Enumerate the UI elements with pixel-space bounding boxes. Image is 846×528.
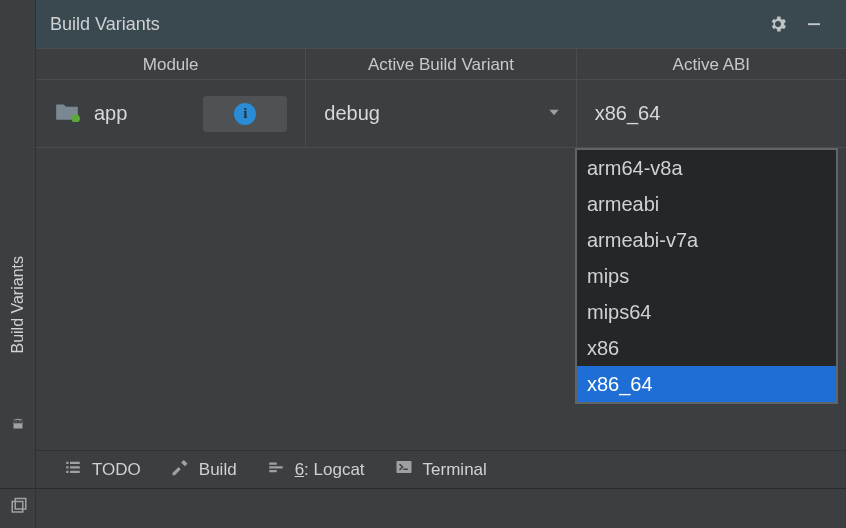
abi-value: x86_64 xyxy=(595,102,661,125)
left-gutter: Build Variants xyxy=(0,0,36,528)
abi-option-x86[interactable]: x86 xyxy=(577,330,836,366)
abi-option-arm64-v8a[interactable]: arm64-v8a xyxy=(577,150,836,186)
tool-terminal[interactable]: Terminal xyxy=(395,458,487,481)
svg-rect-5 xyxy=(70,466,80,468)
svg-rect-8 xyxy=(269,463,277,465)
tool-logcat-label: 6: Logcat xyxy=(295,460,365,480)
svg-rect-0 xyxy=(808,23,820,25)
svg-rect-12 xyxy=(403,469,408,471)
table-row: app i debug x86_64 xyxy=(36,80,846,148)
minimize-button[interactable] xyxy=(800,10,828,38)
svg-rect-6 xyxy=(66,471,68,473)
sidebar-tab-build-variants[interactable]: Build Variants xyxy=(0,190,36,420)
abi-option-mips[interactable]: mips xyxy=(577,258,836,294)
panel-title-bar: Build Variants xyxy=(36,0,846,48)
settings-button[interactable] xyxy=(764,10,792,38)
android-icon xyxy=(9,415,27,438)
hammer-icon xyxy=(171,458,189,481)
header-variant: Active Build Variant xyxy=(306,48,576,79)
svg-rect-2 xyxy=(66,462,68,464)
header-module: Module xyxy=(36,48,306,79)
svg-rect-13 xyxy=(12,502,23,513)
module-name: app xyxy=(94,102,127,125)
abi-option-armeabi-v7a[interactable]: armeabi-v7a xyxy=(577,222,836,258)
cell-build-variant[interactable]: debug xyxy=(306,80,576,148)
abi-option-armeabi[interactable]: armeabi xyxy=(577,186,836,222)
windows-icon[interactable] xyxy=(10,497,28,520)
variant-dropdown-trigger[interactable] xyxy=(546,102,562,125)
cell-module[interactable]: app i xyxy=(36,80,306,148)
module-folder-icon xyxy=(54,100,80,127)
table-header-row: Module Active Build Variant Active ABI xyxy=(36,48,846,80)
status-bar xyxy=(0,488,846,528)
abi-dropdown[interactable]: arm64-v8aarmeabiarmeabi-v7amipsmips64x86… xyxy=(575,148,838,404)
svg-rect-10 xyxy=(269,470,277,472)
tool-todo-label: TODO xyxy=(92,460,141,480)
tool-todo[interactable]: TODO xyxy=(64,458,141,481)
minimize-icon xyxy=(805,15,823,33)
info-icon: i xyxy=(234,103,256,125)
gear-icon xyxy=(768,14,788,34)
tool-terminal-label: Terminal xyxy=(423,460,487,480)
bottom-tool-bar: TODO Build 6: Logcat Terminal xyxy=(36,450,846,488)
list-icon xyxy=(64,458,82,481)
tool-logcat[interactable]: 6: Logcat xyxy=(267,458,365,481)
svg-rect-3 xyxy=(70,462,80,464)
variant-value: debug xyxy=(324,102,380,125)
header-abi: Active ABI xyxy=(577,48,846,79)
abi-option-mips64[interactable]: mips64 xyxy=(577,294,836,330)
sidebar-tab-label: Build Variants xyxy=(9,256,27,354)
tool-build-label: Build xyxy=(199,460,237,480)
svg-rect-11 xyxy=(396,461,411,473)
svg-rect-4 xyxy=(66,466,68,468)
terminal-icon xyxy=(395,458,413,481)
cell-active-abi[interactable]: x86_64 xyxy=(577,80,846,148)
chevron-down-icon xyxy=(546,104,562,120)
tool-build[interactable]: Build xyxy=(171,458,237,481)
abi-option-x86_64[interactable]: x86_64 xyxy=(577,366,836,402)
panel-title: Build Variants xyxy=(50,14,756,35)
svg-rect-14 xyxy=(15,499,26,510)
svg-rect-9 xyxy=(269,466,283,468)
module-info-badge[interactable]: i xyxy=(203,96,287,132)
svg-rect-7 xyxy=(70,471,80,473)
logcat-icon xyxy=(267,458,285,481)
